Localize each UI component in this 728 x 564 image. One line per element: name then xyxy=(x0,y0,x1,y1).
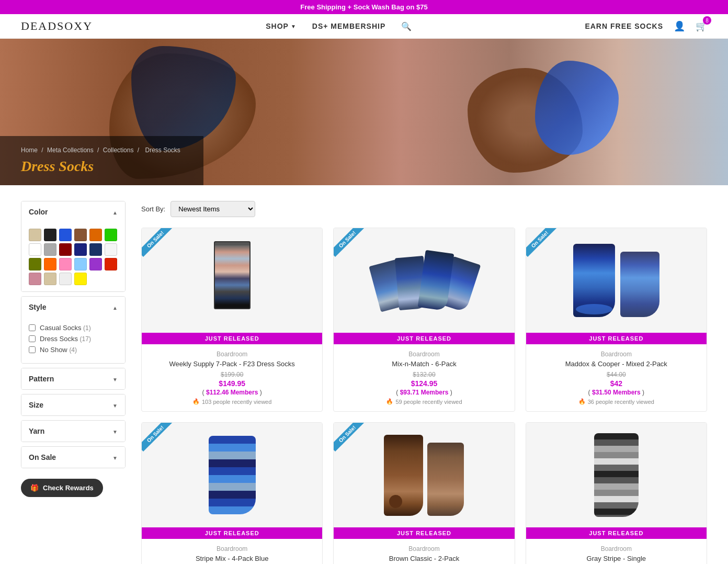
product-info-2: Boardroom Mix-n-Match - 6-Pack $132.00 $… xyxy=(334,344,514,411)
color-filter-label: Color xyxy=(29,208,48,216)
just-released-bar-3: JUST RELEASED xyxy=(526,333,707,344)
product-info-5: Boardroom Brown Classic - 2-Pack xyxy=(334,539,514,564)
style-casual-socks[interactable]: Casual Socks (1) xyxy=(29,324,118,332)
user-icon[interactable]: 👤 xyxy=(674,20,685,32)
pattern-filter-header[interactable]: Pattern xyxy=(21,368,125,389)
color-swatch-yellow[interactable] xyxy=(74,273,87,285)
product-views-3: 🔥 36 people recently viewed xyxy=(532,398,700,405)
product-image-5 xyxy=(334,423,514,527)
hero-banner: Home / Meta Collections / Collections / … xyxy=(0,39,728,185)
product-original-price-1: $199.00 xyxy=(148,371,316,378)
onsale-filter-chevron xyxy=(112,453,118,461)
onsale-filter-header[interactable]: On Sale xyxy=(21,447,125,468)
breadcrumb-meta[interactable]: Meta Collections xyxy=(47,146,94,154)
color-swatch-white2[interactable] xyxy=(59,273,72,285)
product-card-5[interactable]: JUST RELEASED Boardroom Brown Classic - … xyxy=(333,422,515,564)
earn-free-socks-link[interactable]: EARN FREE SOCKS xyxy=(585,22,663,30)
color-swatch-tan[interactable] xyxy=(29,229,41,241)
product-original-price-2: $132.00 xyxy=(340,371,508,378)
pattern-filter-label: Pattern xyxy=(29,375,54,383)
nav-membership[interactable]: DS+ MEMBERSHIP xyxy=(312,22,385,30)
breadcrumb: Home / Meta Collections / Collections / … xyxy=(21,146,183,154)
check-rewards-button[interactable]: 🎁 Check Rewards xyxy=(21,479,103,497)
color-swatch-mauve[interactable] xyxy=(29,273,41,285)
banner-text: Free Shipping + Sock Wash Bag on $75 xyxy=(300,3,427,11)
color-swatch-lightblue[interactable] xyxy=(74,258,87,270)
yarn-filter-header[interactable]: Yarn xyxy=(21,421,125,442)
product-sale-price-3: $42 xyxy=(532,379,700,388)
pattern-filter-chevron xyxy=(112,375,118,383)
color-swatch-offwhite[interactable] xyxy=(105,243,117,256)
color-swatch-navy[interactable] xyxy=(74,243,87,256)
on-sale-badge-3 xyxy=(526,228,558,260)
product-card-6[interactable]: JUST RELEASED Boardroom Gray Stripe - Si… xyxy=(526,422,707,564)
product-name-1: Weekly Supply 7-Pack - F23 Dress Socks xyxy=(148,360,316,368)
style-filter-body: Casual Socks (1) Dress Socks (17) No Sho… xyxy=(21,318,125,363)
color-filter-body xyxy=(21,222,125,291)
yarn-filter-section: Yarn xyxy=(21,420,126,442)
product-image-3 xyxy=(526,228,707,333)
color-swatch-darkred[interactable] xyxy=(59,243,72,256)
top-banner: Free Shipping + Sock Wash Bag on $75 xyxy=(0,0,728,14)
product-info-1: Boardroom Weekly Supply 7-Pack - F23 Dre… xyxy=(142,344,322,411)
yarn-filter-label: Yarn xyxy=(29,427,44,435)
nav-shop[interactable]: SHOP ▼ xyxy=(266,22,297,30)
check-rewards-label: Check Rewards xyxy=(43,484,94,492)
size-filter-section: Size xyxy=(21,394,126,416)
product-brand-2: Boardroom xyxy=(340,351,508,358)
product-members-price-3: ( $31.50 Members ) xyxy=(532,389,700,396)
sort-select[interactable]: Newest Items Price Low to High Price Hig… xyxy=(170,201,255,217)
main-nav: SHOP ▼ DS+ MEMBERSHIP 🔍 xyxy=(266,21,412,31)
color-swatch-gray[interactable] xyxy=(44,243,56,256)
color-swatch-tan2[interactable] xyxy=(44,273,56,285)
product-card-3[interactable]: JUST RELEASED Boardroom Maddox & Cooper … xyxy=(526,228,707,412)
size-filter-header[interactable]: Size xyxy=(21,394,125,415)
color-swatch-blue[interactable] xyxy=(59,229,72,241)
logo[interactable]: DEADSOXY xyxy=(21,19,93,33)
cart-icon-wrap[interactable]: 🛒 8 xyxy=(696,20,707,32)
product-card-4[interactable]: JUST RELEASED Boardroom Stripe Mix - 4-P… xyxy=(141,422,323,564)
breadcrumb-sep3: / xyxy=(138,146,141,154)
sort-bar: Sort By: Newest Items Price Low to High … xyxy=(141,201,707,217)
breadcrumb-collections[interactable]: Collections xyxy=(103,146,134,154)
color-swatch-red[interactable] xyxy=(105,258,117,270)
style-no-show[interactable]: No Show (4) xyxy=(29,346,118,354)
product-card-1[interactable]: JUST RELEASED Boardroom Weekly Supply 7-… xyxy=(141,228,323,412)
product-brand-1: Boardroom xyxy=(148,351,316,358)
breadcrumb-sep1: / xyxy=(41,146,45,154)
color-filter-section: Color xyxy=(21,201,126,292)
sort-label: Sort By: xyxy=(141,205,165,213)
color-swatch-green[interactable] xyxy=(105,229,117,241)
breadcrumb-sep2: / xyxy=(97,146,101,154)
color-swatch-brightorange[interactable] xyxy=(44,258,56,270)
search-icon[interactable]: 🔍 xyxy=(401,21,412,31)
color-swatch-olive[interactable] xyxy=(29,258,41,270)
no-show-checkbox[interactable] xyxy=(29,346,36,353)
breadcrumb-home[interactable]: Home xyxy=(21,146,38,154)
color-swatch-purple[interactable] xyxy=(89,258,102,270)
main-content: Color xyxy=(0,185,728,564)
size-filter-chevron xyxy=(112,401,118,409)
color-swatch-brown[interactable] xyxy=(74,229,87,241)
casual-socks-checkbox[interactable] xyxy=(29,324,36,331)
color-swatch-pink[interactable] xyxy=(59,258,72,270)
style-filter-section: Style Casual Socks (1) Dress Socks (17) … xyxy=(21,296,126,364)
pattern-filter-section: Pattern xyxy=(21,368,126,390)
color-swatch-orange[interactable] xyxy=(89,229,102,241)
style-filter-header[interactable]: Style xyxy=(21,297,125,318)
fire-icon-1: 🔥 xyxy=(192,398,200,405)
style-dress-socks[interactable]: Dress Socks (17) xyxy=(29,335,118,343)
color-swatch-black[interactable] xyxy=(44,229,56,241)
color-swatch-darknavy[interactable] xyxy=(89,243,102,256)
product-members-price-1: ( $112.46 Members ) xyxy=(148,389,316,396)
color-filter-chevron xyxy=(112,208,118,216)
cart-badge: 8 xyxy=(703,16,711,25)
color-swatch-white[interactable] xyxy=(29,243,41,256)
dress-socks-checkbox[interactable] xyxy=(29,335,36,342)
product-card-2[interactable]: JUST RELEASED Boardroom Mix-n-Match - 6-… xyxy=(333,228,515,412)
color-filter-header[interactable]: Color xyxy=(21,201,125,222)
just-released-bar-1: JUST RELEASED xyxy=(142,333,322,344)
color-grid xyxy=(29,229,118,285)
product-members-price-2: ( $93.71 Members ) xyxy=(340,389,508,396)
sidebar: Color xyxy=(21,201,126,564)
